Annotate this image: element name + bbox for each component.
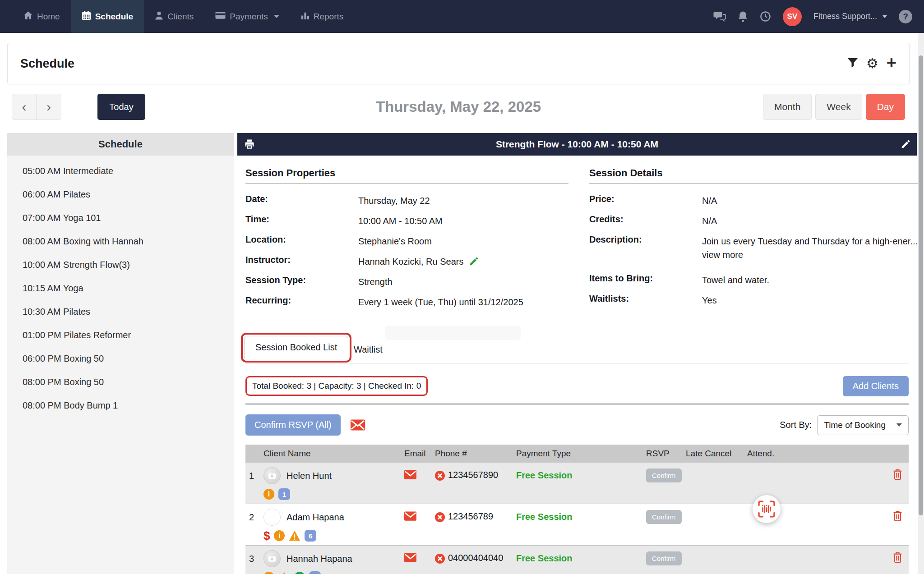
session-date-value: Thursday, May 22 <box>358 194 430 207</box>
client-phone: 04000404040 <box>448 553 503 563</box>
delete-booking-icon[interactable] <box>886 546 909 574</box>
sidebar-session-item[interactable]: 08:00 PM Body Bump 1 <box>7 394 234 417</box>
client-phone: 123456789 <box>448 511 493 522</box>
client-name-link[interactable]: Hannah Hapana <box>286 554 352 564</box>
view-more-link[interactable]: view more <box>702 250 743 260</box>
user-avatar[interactable]: SV <box>783 7 802 26</box>
booking-summary: Total Booked: 3 | Capacity: 3 | Checked … <box>252 381 421 390</box>
nav-item-clients[interactable]: Clients <box>144 0 204 33</box>
field-label: Price: <box>589 194 702 207</box>
email-icon[interactable] <box>404 553 416 562</box>
vertical-scrollbar <box>918 33 924 574</box>
confirm-rsvp-button[interactable]: Confirm <box>646 468 682 482</box>
nav-item-payments[interactable]: Payments <box>204 0 290 33</box>
bolt-icon <box>294 572 305 574</box>
settings-gear-icon[interactable]: ⚙ <box>866 57 878 70</box>
session-price-value: N/A <box>702 194 717 207</box>
nav-item-label: Reports <box>314 12 344 22</box>
divider <box>245 184 568 184</box>
confirm-rsvp-button[interactable]: Confirm <box>646 510 682 524</box>
col-header-rsvp: RSVP <box>642 449 682 459</box>
nav-item-label: Home <box>37 12 60 22</box>
email-icon[interactable] <box>404 511 416 521</box>
divider <box>245 404 909 404</box>
clients-icon <box>155 11 163 22</box>
sidebar-session-item[interactable]: 10:00 AM Strength Flow(3) <box>7 253 234 276</box>
sidebar-session-item[interactable]: 05:00 AM Intermediate <box>7 159 234 183</box>
delete-booking-icon[interactable] <box>886 463 909 504</box>
chevron-down-icon <box>882 15 887 18</box>
account-dropdown[interactable]: Fitness Support... <box>813 12 887 21</box>
sidebar-session-item[interactable]: 07:00 AM Yoga 101 <box>7 206 234 230</box>
session-location-value: Stephanie's Room <box>358 234 432 248</box>
session-detail-panel: Strength Flow - 10:00 AM - 10:50 AM Sess… <box>237 133 917 574</box>
field-label: Date: <box>245 194 358 207</box>
print-icon[interactable] <box>244 139 255 150</box>
dollar-icon: $ <box>263 530 270 541</box>
session-type-value: Strength <box>358 275 393 289</box>
account-label: Fitness Support... <box>813 12 877 21</box>
bell-icon[interactable] <box>738 11 748 22</box>
sidebar-session-item[interactable]: 08:00 PM Boxing 50 <box>7 370 234 394</box>
session-credits-value: N/A <box>702 214 717 228</box>
date-navigation: ‹ › Today Thursday, May 22, 2025 Month W… <box>7 94 910 120</box>
tab-session-booked-list[interactable]: Session Booked List <box>244 336 348 359</box>
delete-booking-icon[interactable] <box>886 504 909 545</box>
view-day-button[interactable]: Day <box>866 94 905 120</box>
confirm-rsvp-button[interactable]: Confirm <box>646 551 682 565</box>
session-details-section: Session Details Price:N/A Credits:N/A De… <box>589 167 918 316</box>
bar-chart-icon <box>301 11 310 22</box>
scrollbar-thumb[interactable] <box>919 55 923 515</box>
session-recurring-value: Every 1 week (Tue, Thu) until 31/12/2025 <box>358 295 523 309</box>
row-number: 1 <box>245 463 260 504</box>
view-week-button[interactable]: Week <box>815 94 862 120</box>
session-properties-section: Session Properties Date:Thursday, May 22… <box>245 167 568 316</box>
session-instructor-value: Hannah Kozicki, Ru Sears <box>358 255 463 268</box>
table-row: 3 Hannah Hapana i 0 0400 <box>245 546 909 574</box>
booking-tabs: Session Booked List Waitlist <box>245 338 909 363</box>
help-icon[interactable]: ? <box>899 10 912 23</box>
add-plus-icon[interactable]: + <box>887 54 896 71</box>
client-name-link[interactable]: Adam Hapana <box>286 512 344 523</box>
sidebar-session-item[interactable]: 10:30 AM Pilates <box>7 300 234 323</box>
sidebar-session-item[interactable]: 10:15 AM Yoga <box>7 276 234 300</box>
sort-by-select[interactable]: Time of Booking <box>817 415 909 435</box>
view-month-button[interactable]: Month <box>763 94 812 120</box>
client-avatar <box>263 509 281 526</box>
barcode-scan-button[interactable] <box>753 495 781 523</box>
sidebar-session-item[interactable]: 06:00 PM Boxing 50 <box>7 347 234 370</box>
divider <box>589 184 918 184</box>
edit-pencil-icon[interactable] <box>901 139 910 149</box>
nav-item-reports[interactable]: Reports <box>290 0 355 33</box>
field-label: Waitlists: <box>589 294 702 307</box>
sidebar-session-item[interactable]: 08:00 AM Boxing with Hannah <box>7 230 234 253</box>
annotation-highlight-box: Session Booked List <box>241 333 351 363</box>
phone-invalid-icon <box>435 554 445 564</box>
client-name-link[interactable]: Helen Hunt <box>286 471 332 481</box>
sidebar-session-item[interactable]: 01:00 PM Pilates Reformer <box>7 323 234 347</box>
chat-icon[interactable] <box>713 11 726 22</box>
col-header-phone: Phone # <box>431 449 513 459</box>
session-description-value: Join us every Tuesday and Thursday for a… <box>702 236 918 246</box>
add-clients-button[interactable]: Add Clients <box>843 376 909 396</box>
tab-waitlist[interactable]: Waitlist <box>354 344 383 355</box>
nav-item-home[interactable]: Home <box>13 0 71 33</box>
count-badge: 1 <box>278 488 290 500</box>
sidebar-session-item[interactable]: 06:00 AM Pilates <box>7 183 234 206</box>
edit-instructor-pencil-icon[interactable] <box>469 257 479 266</box>
session-waitlists-value: Yes <box>702 294 717 307</box>
warning-icon <box>289 530 300 541</box>
field-label: Instructor: <box>245 255 358 268</box>
session-titlebar: Strength Flow - 10:00 AM - 10:50 AM <box>237 133 917 156</box>
clock-icon[interactable] <box>760 11 771 22</box>
email-all-icon[interactable] <box>351 419 365 431</box>
field-label: Items to Bring: <box>589 273 702 287</box>
filter-icon[interactable] <box>847 58 858 69</box>
email-icon[interactable] <box>404 470 416 479</box>
confirm-rsvp-all-button[interactable]: Confirm RSVP (All) <box>245 414 341 436</box>
client-phone: 1234567890 <box>448 470 498 480</box>
nav-item-schedule[interactable]: Schedule <box>71 0 144 33</box>
section-heading: Session Properties <box>245 167 568 179</box>
nav-item-label: Schedule <box>95 12 133 22</box>
field-label: Description: <box>589 234 702 262</box>
